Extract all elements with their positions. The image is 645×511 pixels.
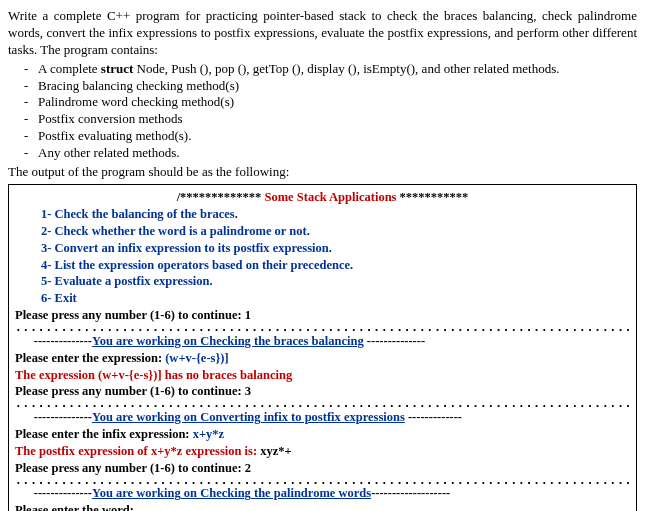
section-2-header: --------------You are working on Checkin… — [15, 485, 630, 502]
prompt-label: Please press any number (1-6) to continu… — [15, 461, 245, 475]
req-item: Palindrome word checking method(s) — [38, 94, 637, 111]
enter-infix-label: Please enter the infix expression: — [15, 427, 193, 441]
postfix-output: xyz*+ — [260, 444, 291, 458]
result-3: The postfix expression of x+y*z expressi… — [15, 443, 630, 460]
prompt-line-2: Please press any number (1-6) to continu… — [15, 383, 630, 400]
result-1: The expression (w+v-{e-s})] has no brace… — [15, 367, 630, 384]
output-intro: The output of the program should be as t… — [8, 164, 637, 180]
prompt-line-3: Please press any number (1-6) to continu… — [15, 460, 630, 477]
section-1-title: You are working on Checking the braces b… — [92, 334, 364, 348]
dashes: -------------- — [364, 334, 425, 348]
req-item: Any other related methods. — [38, 145, 637, 162]
expression-input: (w+v-{e-s})] — [165, 351, 228, 365]
prompt-value: 2 — [245, 461, 251, 475]
menu-item-3: 3- Convert an infix expression to its po… — [41, 240, 630, 257]
dashes: -------------- — [34, 410, 92, 424]
dashes: ------------------- — [371, 486, 450, 500]
requirements-list: A complete struct Node, Push (), pop (),… — [38, 61, 637, 162]
req-item: A complete struct Node, Push (), pop (),… — [38, 61, 637, 78]
separator-dots: ........................................… — [15, 324, 630, 333]
enter-word-line: Please enter the word: — [15, 502, 630, 511]
prompt-value: 1 — [245, 308, 251, 322]
app-header: /************* Some Stack Applications *… — [15, 189, 630, 206]
infix-input: x+y*z — [193, 427, 224, 441]
req-item: Postfix conversion methods — [38, 111, 637, 128]
prompt-label: Please press any number (1-6) to continu… — [15, 384, 245, 398]
enter-expression-line: Please enter the expression: (w+v-{e-s})… — [15, 350, 630, 367]
section-2-title: You are working on Checking the palindro… — [92, 486, 371, 500]
dashes: ------------- — [405, 410, 462, 424]
dashes: -------------- — [34, 486, 92, 500]
prompt-value: 3 — [245, 384, 251, 398]
app-title: Some Stack Applications — [261, 190, 399, 204]
menu-list: 1- Check the balancing of the braces. 2-… — [41, 206, 630, 307]
menu-item-6: 6- Exit — [41, 290, 630, 307]
stars-right: *********** — [400, 190, 469, 204]
menu-item-4: 4- List the expression operators based o… — [41, 257, 630, 274]
prompt-label: Please press any number (1-6) to continu… — [15, 308, 245, 322]
req-item: Bracing balancing checking method(s) — [38, 78, 637, 95]
enter-infix-line: Please enter the infix expression: x+y*z — [15, 426, 630, 443]
menu-item-1: 1- Check the balancing of the braces. — [41, 206, 630, 223]
dashes: -------------- — [34, 334, 92, 348]
problem-intro: Write a complete C++ program for practic… — [8, 8, 637, 59]
separator-dots: ........................................… — [15, 400, 630, 409]
menu-item-2: 2- Check whether the word is a palindrom… — [41, 223, 630, 240]
result-3-text: The postfix expression of x+y*z expressi… — [15, 444, 260, 458]
stars-left: /************* — [177, 190, 262, 204]
output-box: /************* Some Stack Applications *… — [8, 184, 637, 511]
section-1-header: --------------You are working on Checkin… — [15, 333, 630, 350]
req-item: Postfix evaluating method(s). — [38, 128, 637, 145]
section-3-title: You are working on Converting infix to p… — [92, 410, 405, 424]
separator-dots: ........................................… — [15, 477, 630, 486]
enter-expression-label: Please enter the expression: — [15, 351, 165, 365]
menu-item-5: 5- Evaluate a postfix expression. — [41, 273, 630, 290]
section-3-header: --------------You are working on Convert… — [15, 409, 630, 426]
prompt-line-1: Please press any number (1-6) to continu… — [15, 307, 630, 324]
